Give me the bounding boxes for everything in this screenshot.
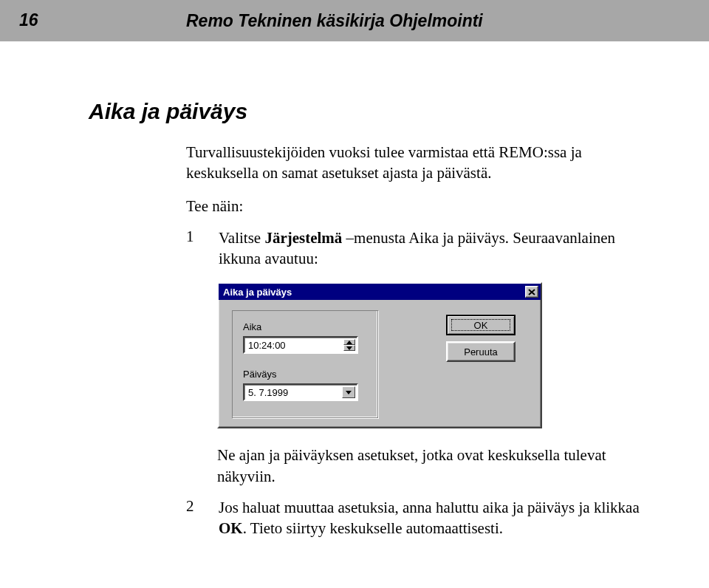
cancel-button[interactable]: Peruuta: [446, 341, 516, 362]
date-label: Päiväys: [243, 369, 277, 380]
page-header: 16 Remo Tekninen käsikirja Ohjelmointi: [0, 0, 709, 41]
followup-text: Ne ajan ja päiväyksen asetukset, jotka o…: [217, 445, 643, 487]
time-value: 10:24:00: [248, 340, 286, 351]
date-input[interactable]: 5. 7.1999: [243, 383, 358, 401]
intro-paragraph: Turvallisuustekijöiden vuoksi tulee varm…: [186, 142, 629, 184]
dialog-title: Aika ja päiväys: [223, 287, 292, 298]
chevron-down-icon: [346, 346, 352, 350]
time-date-dialog: Aika ja päiväys Aika 10:24:00: [217, 282, 542, 428]
spin-up-button[interactable]: [343, 339, 355, 345]
close-icon: [528, 289, 535, 295]
step-text: Valitse Järjestelmä –menusta Aika ja päi…: [219, 228, 643, 270]
instructions-heading: Tee näin:: [186, 197, 643, 216]
dialog-titlebar[interactable]: Aika ja päiväys: [219, 284, 541, 300]
date-value: 5. 7.1999: [248, 387, 288, 398]
time-spinner: [343, 339, 355, 351]
section-title: Aika ja päiväys: [89, 99, 643, 124]
spin-down-button[interactable]: [343, 345, 355, 351]
chevron-up-icon: [346, 341, 352, 344]
time-label: Aika: [243, 321, 261, 332]
close-button[interactable]: [525, 286, 538, 298]
time-input[interactable]: 10:24:00: [243, 336, 358, 354]
step-1: 1 Valitse Järjestelmä –menusta Aika ja p…: [186, 228, 643, 270]
doc-title: Remo Tekninen käsikirja Ohjelmointi: [186, 11, 483, 31]
step-number: 2: [186, 497, 201, 539]
step-text: Jos haluat muuttaa asetuksia, anna halut…: [219, 497, 643, 539]
chevron-down-icon: [346, 391, 352, 394]
ok-button[interactable]: OK: [446, 315, 516, 335]
step-number: 1: [186, 228, 201, 270]
date-dropdown-button[interactable]: [342, 386, 355, 398]
page-number: 16: [19, 10, 38, 30]
datetime-group: Aika 10:24:00 Päiväys 5. 7.1999: [232, 310, 378, 418]
step-2: 2 Jos haluat muuttaa asetuksia, anna hal…: [186, 497, 643, 539]
